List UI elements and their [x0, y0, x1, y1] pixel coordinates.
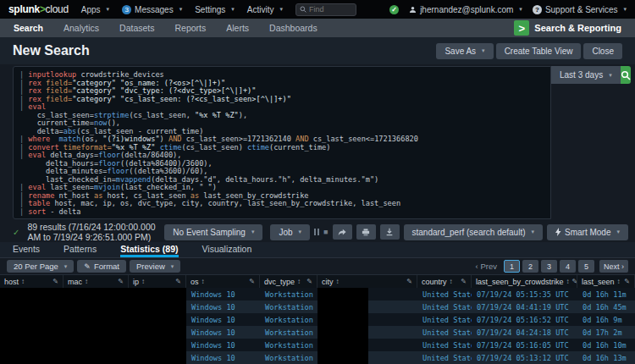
search-query-editor[interactable]: | inputlookup crowdstrike_devices| rex f… — [13, 66, 551, 219]
current-app[interactable]: > Search & Reporting — [514, 20, 621, 36]
column-header-dvc_type[interactable]: dvc_type↕✎ — [260, 275, 318, 288]
edit-column-icon[interactable]: ✎ — [306, 278, 312, 285]
edit-column-icon[interactable]: ✎ — [406, 278, 412, 285]
print-button[interactable] — [356, 224, 376, 240]
cell-country[interactable]: United States — [417, 288, 472, 301]
appbar-item-alerts[interactable]: Alerts — [226, 23, 249, 33]
column-header-city[interactable]: city↕✎ — [318, 275, 417, 288]
cell-os[interactable]: Windows 10 — [186, 326, 260, 339]
cell-os[interactable]: Windows 10 — [186, 288, 260, 301]
health-check-icon[interactable]: ✓ — [389, 5, 399, 14]
format-button[interactable]: ✎Format — [77, 260, 126, 273]
page-button-3[interactable]: 3 — [541, 260, 557, 273]
next-page-button[interactable]: Next › — [599, 260, 628, 273]
column-header-last_seen[interactable]: last_seen↕✎ — [577, 275, 635, 288]
edit-column-icon[interactable]: ✎ — [52, 278, 58, 285]
column-header-os[interactable]: os↕✎ — [186, 275, 260, 288]
sort-icon[interactable]: ↕ — [617, 278, 621, 285]
column-header-host[interactable]: host↕✎ — [0, 275, 64, 288]
cell-country[interactable]: United States — [417, 301, 472, 313]
cell-last_seen_by_crowdstrike[interactable]: 07/19/24 05:15:35 UTC — [472, 288, 577, 301]
appbar-item-reports[interactable]: Reports — [174, 23, 206, 33]
cell-dvc_type[interactable]: Workstation — [260, 313, 318, 326]
cell-dvc_type[interactable]: Workstation — [260, 326, 318, 339]
column-header-ip[interactable]: ip↕✎ — [129, 275, 186, 288]
share-job-button[interactable] — [333, 224, 352, 240]
cell-os[interactable]: Windows 10 — [186, 301, 260, 313]
menu-activity[interactable]: Activity▾ — [247, 5, 283, 14]
preview-button[interactable]: Preview▾ — [130, 260, 180, 273]
table-row[interactable]: Windows 10WorkstationUnited States07/19/… — [0, 301, 635, 313]
per-page-button[interactable]: 20 Per Page▾ — [7, 260, 74, 273]
cell-dvc_type[interactable]: Workstation — [260, 339, 318, 351]
appbar-item-dashboards[interactable]: Dashboards — [269, 23, 318, 33]
menu-apps[interactable]: Apps▾ — [81, 5, 109, 14]
cell-last_seen_by_crowdstrike[interactable]: 07/19/24 05:16:52 UTC — [472, 313, 577, 326]
appbar-item-datasets[interactable]: Datasets — [119, 23, 154, 33]
pause-job-icon[interactable] — [314, 229, 319, 235]
sort-icon[interactable]: ↕ — [21, 278, 25, 285]
event-sampling-button[interactable]: No Event Sampling▾ — [164, 224, 262, 240]
time-range-picker[interactable]: Last 3 days▾ — [551, 66, 621, 84]
edit-column-icon[interactable]: ✎ — [249, 278, 255, 285]
table-row[interactable]: Windows 10WorkstationUnited States07/19/… — [0, 351, 635, 364]
sort-icon[interactable]: ↕ — [141, 278, 145, 285]
cell-os[interactable]: Windows 10 — [186, 313, 260, 326]
page-button-5[interactable]: 5 — [578, 260, 594, 273]
table-row[interactable]: Windows 10WorkstationUnited States07/19/… — [0, 313, 635, 326]
find-searchbox[interactable] — [295, 3, 356, 16]
user-menu[interactable]: jhernandez@splunk.com▾ — [409, 5, 522, 14]
sort-icon[interactable]: ↕ — [336, 278, 340, 285]
sort-icon[interactable]: ↕ — [202, 278, 205, 285]
workload-pool-button[interactable]: standard_perf (search default)▾ — [404, 224, 543, 240]
column-header-country[interactable]: country↕✎ — [417, 275, 472, 288]
sort-icon[interactable]: ↕ — [85, 278, 88, 285]
stop-job-icon[interactable]: ■ — [323, 229, 328, 236]
page-button-2[interactable]: 2 — [522, 260, 538, 273]
run-search-button[interactable] — [621, 66, 631, 84]
cell-dvc_type[interactable]: Workstation — [260, 351, 318, 364]
table-row[interactable]: Windows 10WorkstationUnited States07/19/… — [0, 288, 635, 301]
cell-last_seen[interactable]: 0d 16h 9m — [577, 313, 635, 326]
tab-statistics-89[interactable]: Statistics (89) — [120, 244, 178, 257]
cell-country[interactable]: United States — [417, 326, 472, 339]
edit-column-icon[interactable]: ✎ — [118, 278, 124, 285]
sort-icon[interactable]: ↕ — [566, 278, 570, 285]
support-menu[interactable]: ?Support & Services▾ — [533, 5, 627, 14]
page-button-4[interactable]: 4 — [560, 260, 576, 273]
page-button-1[interactable]: 1 — [504, 260, 520, 273]
cell-country[interactable]: United States — [417, 313, 472, 326]
sort-icon[interactable]: ↕ — [450, 278, 453, 285]
cell-last_seen_by_crowdstrike[interactable]: 07/19/24 05:16:05 UTC — [472, 339, 577, 351]
prev-page-link[interactable]: ‹ Prev — [476, 262, 497, 271]
cell-country[interactable]: United States — [417, 339, 472, 351]
cell-last_seen[interactable]: 0d 16h 13m — [577, 351, 635, 364]
sort-icon[interactable]: ↕ — [297, 278, 301, 285]
column-header-last_seen_by_crowdstrike[interactable]: last_seen_by_crowdstrike↕✎ — [472, 275, 577, 288]
edit-column-icon[interactable]: ✎ — [461, 278, 467, 285]
job-menu-button[interactable]: Job▾ — [270, 224, 310, 240]
cell-last_seen_by_crowdstrike[interactable]: 07/19/24 04:24:18 UTC — [472, 326, 577, 339]
results-summary[interactable]: 89 results (7/16/24 12:00:00.000 AM to 7… — [27, 222, 157, 242]
tab-patterns[interactable]: Patterns — [64, 244, 97, 257]
splunk-cloud-logo[interactable]: splunk>cloud — [8, 3, 69, 15]
tab-visualization[interactable]: Visualization — [202, 244, 252, 257]
table-row[interactable]: Windows 10WorkstationUnited States07/19/… — [0, 339, 635, 351]
find-input[interactable] — [309, 5, 351, 14]
edit-column-icon[interactable]: ✎ — [175, 278, 181, 285]
cell-last_seen[interactable]: 0d 16h 45m — [577, 301, 635, 313]
search-mode-button[interactable]: Smart Mode▾ — [547, 224, 628, 240]
menu-messages[interactable]: 3Messages▾ — [122, 5, 182, 14]
cell-os[interactable]: Windows 10 — [186, 351, 260, 364]
cell-os[interactable]: Windows 10 — [186, 339, 260, 351]
tab-events[interactable]: Events — [13, 244, 40, 257]
create-table-view-button[interactable]: Create Table View — [496, 43, 582, 59]
cell-last_seen_by_crowdstrike[interactable]: 07/19/24 04:41:19 UTC — [472, 301, 577, 313]
save-as-button[interactable]: Save As▾ — [436, 43, 493, 59]
export-button[interactable] — [380, 224, 400, 240]
cell-last_seen_by_crowdstrike[interactable]: 07/19/24 05:13:12 UTC — [472, 351, 577, 364]
cell-country[interactable]: United States — [417, 351, 472, 364]
edit-column-icon[interactable]: ✎ — [624, 278, 630, 285]
cell-last_seen[interactable]: 0d 16h 10m — [577, 339, 635, 351]
menu-settings[interactable]: Settings▾ — [195, 5, 235, 14]
